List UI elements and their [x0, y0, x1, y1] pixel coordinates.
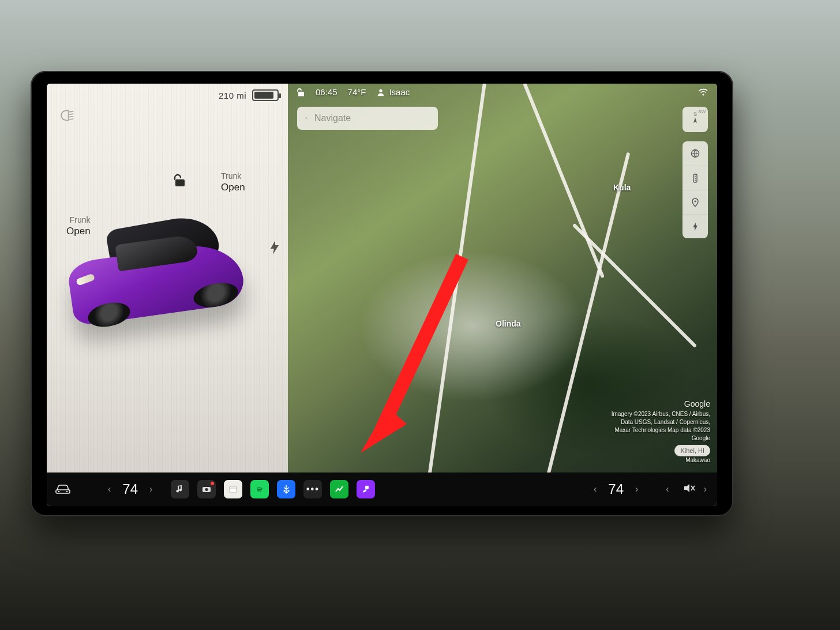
- car-front-icon: [55, 483, 71, 495]
- map-location-chip[interactable]: Kihei, HI: [674, 445, 710, 456]
- map-pane[interactable]: 06:45 74°F Isaac: [288, 84, 717, 472]
- svg-point-20: [66, 491, 68, 493]
- svg-point-6: [380, 89, 382, 92]
- dashcam-app-button[interactable]: [197, 480, 216, 498]
- user-icon: [376, 88, 385, 96]
- navigate-input[interactable]: [314, 113, 430, 123]
- volume-down-button[interactable]: ‹: [662, 484, 672, 494]
- bluetooth-icon: [282, 485, 291, 494]
- svg-point-12: [695, 175, 696, 177]
- lock-toggle[interactable]: [174, 174, 186, 187]
- padlock-unlocked-icon: [174, 174, 186, 187]
- calendar-icon: [228, 485, 238, 494]
- driver-profile-button[interactable]: Isaac: [376, 87, 410, 97]
- temp-up-button[interactable]: ›: [146, 484, 156, 494]
- touchscreen: 210 mi Frunk Open Trunk Open: [47, 84, 717, 506]
- map-tools: [682, 141, 708, 238]
- chart-up-icon: [335, 485, 344, 494]
- temp-down-button[interactable]: ‹: [104, 484, 114, 494]
- headlight-icon[interactable]: [58, 109, 74, 122]
- outside-temperature: 74°F: [348, 87, 366, 97]
- mic-icon: [361, 485, 370, 494]
- charge-port-icon[interactable]: [269, 241, 280, 254]
- passenger-temp-value: 74: [608, 481, 624, 497]
- ellipsis-icon: •••: [306, 484, 320, 494]
- svg-point-15: [694, 200, 696, 202]
- app-launcher-row: •••: [171, 480, 375, 498]
- bottom-bar: ‹ 74 ›: [47, 472, 717, 506]
- wifi-icon[interactable]: [699, 88, 708, 96]
- svg-rect-27: [363, 489, 367, 493]
- music-note-icon: [175, 485, 185, 494]
- map-attribution: Google Imagery ©2023 Airbus, CNES / Airb…: [612, 400, 710, 464]
- spotify-app-button[interactable]: [250, 480, 269, 498]
- svg-line-2: [69, 117, 73, 117]
- range-battery-group: 210 mi: [219, 89, 279, 101]
- map-place-label: Olinda: [496, 319, 521, 328]
- padlock-unlocked-icon[interactable]: [297, 88, 305, 97]
- svg-point-19: [58, 491, 60, 493]
- trunk-label: Trunk: [221, 171, 241, 181]
- svg-point-26: [365, 486, 369, 489]
- stocks-app-button[interactable]: [330, 480, 348, 498]
- compass-button[interactable]: S SW: [682, 107, 708, 132]
- svg-line-0: [69, 111, 73, 112]
- map-road: [425, 84, 489, 472]
- spotify-icon: [255, 485, 264, 494]
- profile-name: Isaac: [389, 87, 410, 97]
- tablet-bezel: 210 mi Frunk Open Trunk Open: [31, 71, 733, 516]
- svg-point-22: [205, 488, 208, 491]
- clock: 06:45: [316, 87, 337, 97]
- svg-rect-23: [230, 486, 237, 493]
- svg-point-8: [306, 118, 308, 119]
- bolt-icon: [691, 222, 700, 231]
- car-render: [48, 192, 268, 357]
- driver-temperature-control: ‹ 74 ›: [104, 481, 156, 497]
- globe-icon: [691, 149, 700, 158]
- svg-rect-18: [56, 490, 70, 493]
- navigate-search[interactable]: [297, 107, 438, 130]
- karaoke-app-button[interactable]: [357, 480, 375, 498]
- supercharger-button[interactable]: [682, 214, 708, 238]
- map-place-label: Kula: [613, 183, 631, 192]
- compass-side-letter: SW: [698, 109, 706, 114]
- svg-point-14: [695, 179, 696, 181]
- status-bar: 06:45 74°F Isaac: [288, 87, 717, 97]
- svg-point-13: [695, 178, 696, 179]
- temp-up-button[interactable]: ›: [632, 484, 642, 494]
- battery-fill: [254, 92, 273, 99]
- map-road: [572, 223, 697, 348]
- traffic-button[interactable]: [682, 166, 708, 190]
- search-icon: [305, 114, 308, 123]
- car-status-pane: 210 mi Frunk Open Trunk Open: [47, 84, 288, 472]
- more-apps-button[interactable]: •••: [303, 480, 322, 498]
- range-text: 210 mi: [219, 91, 246, 100]
- camera-icon: [202, 485, 211, 494]
- calendar-app-button[interactable]: [224, 480, 242, 498]
- map-road: [519, 84, 605, 278]
- globe-button[interactable]: [682, 141, 708, 166]
- trunk-action: Open: [221, 182, 245, 193]
- driver-temp-value: 74: [122, 481, 138, 497]
- svg-line-1: [69, 114, 73, 114]
- trunk-button[interactable]: Trunk Open: [221, 171, 245, 193]
- car-controls-button[interactable]: [54, 480, 72, 498]
- music-app-button[interactable]: [171, 480, 189, 498]
- pin-button[interactable]: [682, 190, 708, 214]
- traffic-icon: [691, 174, 700, 183]
- volume-mute-button[interactable]: [677, 483, 696, 496]
- speaker-muted-icon: [683, 483, 696, 493]
- svg-rect-4: [175, 179, 185, 186]
- bluetooth-app-button[interactable]: [277, 480, 295, 498]
- temp-down-button[interactable]: ‹: [590, 484, 600, 494]
- volume-up-button[interactable]: ›: [700, 484, 710, 494]
- passenger-temperature-control: ‹ 74 ›: [590, 481, 642, 497]
- google-logo: Google: [612, 400, 710, 408]
- svg-line-3: [69, 119, 73, 119]
- recording-dot-icon: [211, 482, 214, 485]
- north-arrow-icon: [691, 117, 700, 126]
- pin-icon: [691, 198, 700, 207]
- svg-line-9: [307, 119, 308, 119]
- svg-point-7: [702, 93, 704, 95]
- battery-icon[interactable]: [252, 89, 279, 101]
